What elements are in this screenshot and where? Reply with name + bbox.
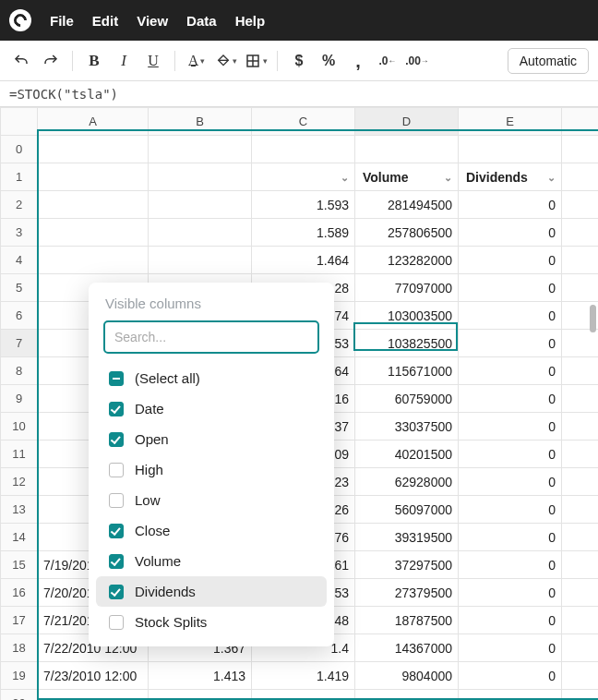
row-header[interactable]: 3 — [1, 219, 38, 247]
cell[interactable]: 103003500 — [355, 302, 459, 330]
cell[interactable]: 7/23/2010 12:00 — [38, 662, 149, 690]
cell[interactable]: 7/26/2010 12:00 — [38, 690, 149, 701]
cell[interactable]: 0 — [459, 496, 562, 524]
cell[interactable]: 27379500 — [355, 579, 459, 607]
cell[interactable]: 1.397 — [252, 690, 355, 701]
column-toggle-dividends[interactable]: Dividends — [96, 576, 327, 607]
cell[interactable] — [38, 191, 149, 219]
row-header[interactable]: 12 — [1, 468, 38, 496]
cell[interactable]: 0 — [459, 274, 562, 302]
field-header[interactable] — [38, 163, 149, 191]
cell[interactable]: 77097000 — [355, 274, 459, 302]
cell[interactable]: 0 — [459, 607, 562, 634]
increase-decimal-button[interactable]: .00→ — [405, 48, 429, 74]
cell[interactable] — [149, 191, 252, 219]
row-header[interactable]: 18 — [1, 634, 38, 662]
cell[interactable]: 103825500 — [355, 330, 459, 357]
cell[interactable] — [38, 247, 149, 274]
column-toggle--select-all-[interactable]: (Select all) — [96, 363, 327, 393]
cell[interactable]: 0 — [459, 385, 562, 413]
cell[interactable]: 9804000 — [355, 662, 459, 690]
row-header[interactable]: 1 — [1, 163, 38, 191]
row-header[interactable]: 20 — [1, 690, 38, 701]
cell[interactable]: 0 — [459, 413, 562, 441]
col-header-D[interactable]: D — [355, 108, 459, 136]
select-all-corner[interactable] — [1, 108, 38, 136]
borders-button[interactable]: ▾ — [244, 48, 268, 74]
row-header[interactable]: 17 — [1, 607, 38, 634]
field-header-volume[interactable]: Volume⌄ — [355, 163, 459, 191]
chevron-down-icon[interactable]: ⌄ — [444, 171, 452, 183]
cell[interactable]: 39319500 — [355, 524, 459, 551]
cell[interactable]: 13833000 — [355, 690, 459, 701]
cell[interactable]: 0 — [459, 441, 562, 468]
menu-file[interactable]: File — [50, 13, 74, 29]
row-header[interactable]: 4 — [1, 247, 38, 274]
italic-button[interactable]: I — [112, 48, 136, 74]
cell[interactable]: 0 — [459, 551, 562, 579]
cell[interactable] — [38, 219, 149, 247]
chevron-down-icon[interactable]: ⌄ — [547, 171, 556, 183]
row-header[interactable]: 5 — [1, 274, 38, 302]
column-toggle-volume[interactable]: Volume — [96, 546, 327, 576]
cell[interactable] — [355, 136, 459, 163]
menu-edit[interactable]: Edit — [92, 13, 118, 29]
spreadsheet-grid[interactable]: A B C D E 01⌄Volume⌄Dividends⌄21.5932814… — [0, 107, 598, 700]
fill-color-button[interactable]: ▾ — [214, 48, 238, 74]
col-header-E[interactable]: E — [459, 108, 562, 136]
field-header-dividends[interactable]: Dividends⌄ — [459, 163, 562, 191]
col-header-B[interactable]: B — [149, 108, 252, 136]
cell[interactable]: 40201500 — [355, 441, 459, 468]
undo-button[interactable] — [9, 48, 33, 74]
cell[interactable]: 0 — [459, 219, 562, 247]
percent-button[interactable]: % — [317, 48, 341, 74]
decrease-decimal-button[interactable]: .0← — [376, 48, 400, 74]
bold-button[interactable]: B — [82, 48, 106, 74]
cell[interactable]: 62928000 — [355, 468, 459, 496]
col-header-C[interactable]: C — [252, 108, 355, 136]
menu-help[interactable]: Help — [235, 13, 266, 29]
underline-button[interactable]: U — [141, 48, 165, 74]
cell[interactable]: 0 — [459, 247, 562, 274]
row-header[interactable]: 8 — [1, 357, 38, 385]
cell[interactable]: 14367000 — [355, 634, 459, 662]
row-header[interactable]: 16 — [1, 579, 38, 607]
cell[interactable]: 0 — [459, 579, 562, 607]
text-color-button[interactable]: A▾ — [185, 48, 209, 74]
cell[interactable]: 0 — [459, 357, 562, 385]
field-header[interactable]: ⌄ — [252, 163, 355, 191]
cell[interactable]: 257806500 — [355, 219, 459, 247]
row-header[interactable]: 2 — [1, 191, 38, 219]
cell[interactable]: 1.589 — [252, 219, 355, 247]
zoom-select[interactable]: Automatic — [508, 48, 589, 74]
cell[interactable]: 1.433 — [149, 690, 252, 701]
cell[interactable]: 56097000 — [355, 496, 459, 524]
column-toggle-high[interactable]: High — [96, 454, 327, 485]
menu-view[interactable]: View — [137, 13, 168, 29]
cell[interactable] — [149, 247, 252, 274]
column-toggle-low[interactable]: Low — [96, 485, 327, 515]
row-header[interactable]: 13 — [1, 496, 38, 524]
popup-search-input[interactable] — [103, 320, 319, 354]
cell[interactable]: 33037500 — [355, 413, 459, 441]
row-header[interactable]: 11 — [1, 441, 38, 468]
vertical-scrollbar[interactable] — [590, 305, 596, 332]
row-header[interactable]: 9 — [1, 385, 38, 413]
row-header[interactable]: 19 — [1, 662, 38, 690]
cell[interactable]: 60759000 — [355, 385, 459, 413]
cell[interactable] — [252, 136, 355, 163]
cell[interactable] — [459, 136, 562, 163]
formula-bar[interactable]: =STOCK("tsla") — [0, 81, 598, 107]
cell[interactable]: 0 — [459, 662, 562, 690]
cell[interactable]: 0 — [459, 330, 562, 357]
cell[interactable]: 0 — [459, 468, 562, 496]
cell[interactable] — [38, 136, 149, 163]
col-header-A[interactable]: A — [38, 108, 149, 136]
row-header[interactable]: 7 — [1, 330, 38, 357]
currency-button[interactable]: $ — [287, 48, 311, 74]
row-header[interactable]: 15 — [1, 551, 38, 579]
column-toggle-close[interactable]: Close — [96, 515, 327, 546]
cell[interactable]: 1.419 — [252, 662, 355, 690]
row-header[interactable]: 6 — [1, 302, 38, 330]
row-header[interactable]: 0 — [1, 136, 38, 163]
